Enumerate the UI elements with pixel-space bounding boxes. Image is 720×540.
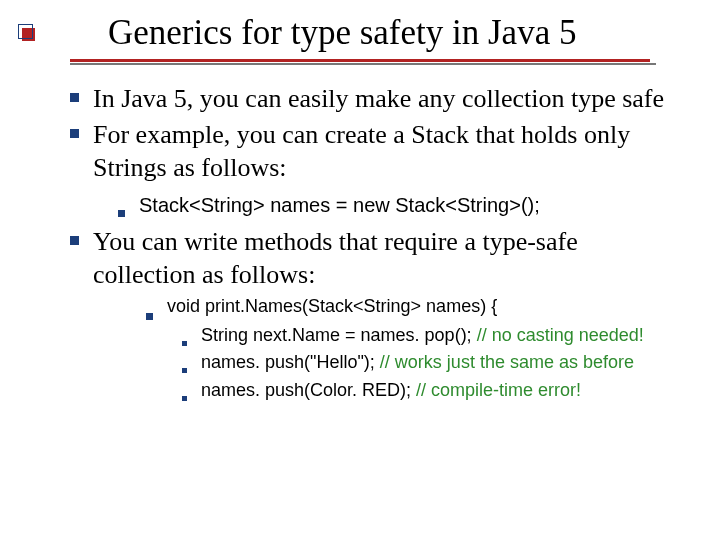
square-bullet-icon [70,93,79,102]
code-text: void print.Names(Stack<String> names) { [167,295,497,318]
square-bullet-icon [70,129,79,138]
corner-decoration [18,24,36,46]
slide: Generics for type safety in Java 5 In Ja… [0,0,720,540]
title-underline [70,59,650,65]
code-comment: // compile-time error! [416,380,581,400]
square-bullet-icon [70,236,79,245]
square-bullet-icon [182,334,187,346]
code-text: String next.Name = names. pop(); [201,325,477,345]
bullet-level1: In Java 5, you can easily make any colle… [70,83,680,116]
code-line: String next.Name = names. pop(); // no c… [201,324,644,347]
code-text: names. push(Color. RED); [201,380,416,400]
square-bullet-icon [182,361,187,373]
bullet-level4: names. push("Hello"); // works just the … [182,351,680,374]
bullet-level4: String next.Name = names. pop(); // no c… [182,324,680,347]
bullet-text: You can write methods that require a typ… [93,226,680,291]
square-bullet-icon [182,389,187,401]
code-text: Stack<String> names = new Stack<String>(… [139,192,540,218]
bullet-level1: You can write methods that require a typ… [70,226,680,291]
bullet-level2: Stack<String> names = new Stack<String>(… [118,192,680,218]
square-bullet-icon [118,202,125,217]
bullet-level4: names. push(Color. RED); // compile-time… [182,379,680,402]
code-line: names. push("Hello"); // works just the … [201,351,634,374]
bullet-level3: void print.Names(Stack<String> names) { [146,295,680,320]
square-bullet-icon [146,305,153,320]
bullet-level1: For example, you can create a Stack that… [70,119,680,184]
code-comment: // works just the same as before [380,352,634,372]
slide-title: Generics for type safety in Java 5 [108,14,690,53]
code-line: names. push(Color. RED); // compile-time… [201,379,581,402]
slide-content: In Java 5, you can easily make any colle… [70,83,680,403]
code-comment: // no casting needed! [477,325,644,345]
bullet-text: In Java 5, you can easily make any colle… [93,83,664,116]
bullet-text: For example, you can create a Stack that… [93,119,680,184]
code-text: names. push("Hello"); [201,352,380,372]
